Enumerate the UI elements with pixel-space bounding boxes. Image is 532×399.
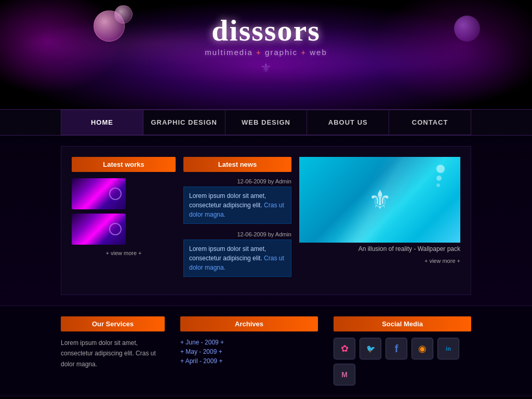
news-meta-1: 12-06-2009 by Admin bbox=[183, 178, 291, 184]
works-view-more[interactable]: + view more + bbox=[72, 250, 176, 256]
news-link-1[interactable]: Cras ut dolor magna. bbox=[189, 202, 284, 218]
main-content: Latest works + view more + Latest news 1… bbox=[61, 146, 471, 295]
news-item-1: 12-06-2009 by Admin Lorem ipsum dolor si… bbox=[183, 178, 291, 224]
services-text: Lorem ipsum dolor sit amet, consectetur … bbox=[61, 338, 165, 369]
news-title: Latest news bbox=[183, 157, 291, 172]
nav-item-about-us[interactable]: ABOUT US bbox=[307, 110, 389, 135]
news-body-2: Lorem ipsum dolor sit amet, consectetur … bbox=[183, 240, 291, 277]
featured-caption: An illusion of reality - Wallpaper pack bbox=[299, 245, 460, 252]
archive-item-april[interactable]: + April - 2009 + bbox=[180, 356, 318, 366]
services-column: Our Services Lorem ipsum dolor sit amet,… bbox=[61, 316, 165, 385]
navigation: HOME GRAPHIC DESIGN WEB DESIGN ABOUT US … bbox=[0, 109, 532, 136]
services-title: Our Services bbox=[61, 316, 165, 331]
thumb-circle-1 bbox=[109, 188, 122, 200]
brand-title-end: ors bbox=[277, 14, 320, 47]
brand-title: disssors bbox=[205, 13, 327, 48]
brand-title-start: dis bbox=[211, 14, 251, 47]
archive-item-june[interactable]: + June - 2009 + bbox=[180, 338, 318, 347]
feat-bubble-3 bbox=[436, 183, 440, 187]
nav-item-home[interactable]: HOME bbox=[61, 110, 143, 135]
nav-item-web-design[interactable]: WEB DESIGN bbox=[225, 110, 308, 135]
copyright-bar: Copyright 2009 - Dissors Media Design - … bbox=[0, 396, 532, 399]
featured-column: ⚜ An illusion of reality - Wallpaper pac… bbox=[299, 157, 460, 284]
plus-icon-1: + bbox=[256, 48, 262, 57]
brand-subtitle: multimedia + graphic + web bbox=[205, 48, 327, 57]
work-thumb-1[interactable] bbox=[72, 178, 126, 209]
thumb-circle-2 bbox=[109, 223, 122, 235]
feat-bubble-2 bbox=[436, 176, 442, 181]
bubble-right bbox=[454, 16, 480, 42]
social-myspace[interactable]: M bbox=[334, 364, 355, 385]
news-body-1: Lorem ipsum dolor sit amet, consectetur … bbox=[183, 187, 291, 224]
works-title: Latest works bbox=[72, 157, 176, 172]
archives-title: Archives bbox=[180, 316, 318, 331]
brand-block: disssors multimedia + graphic + web ⚜ bbox=[205, 13, 327, 75]
featured-bubbles bbox=[436, 165, 445, 187]
archive-list: + June - 2009 + + May - 2009 + + April -… bbox=[180, 338, 318, 366]
footer-section: Our Services Lorem ipsum dolor sit amet,… bbox=[0, 305, 532, 396]
nav-item-contact[interactable]: CONTACT bbox=[389, 110, 471, 135]
feat-bubble-1 bbox=[436, 165, 445, 173]
brand-title-bold: ss bbox=[251, 14, 277, 47]
news-link-2[interactable]: Cras ut dolor magna. bbox=[189, 255, 284, 271]
brand-icon: ⚜ bbox=[205, 61, 327, 75]
featured-view-more[interactable]: + view more + bbox=[299, 258, 460, 264]
works-column: Latest works + view more + bbox=[72, 157, 176, 284]
news-column: Latest news 12-06-2009 by Admin Lorem ip… bbox=[183, 157, 291, 284]
header: disssors multimedia + graphic + web ⚜ bbox=[0, 0, 532, 109]
social-rss[interactable]: ◉ bbox=[411, 338, 433, 360]
archives-column: Archives + June - 2009 + + May - 2009 + … bbox=[180, 316, 318, 385]
plus-icon-2: + bbox=[301, 48, 307, 57]
social-flickr[interactable]: ✿ bbox=[334, 338, 355, 360]
news-meta-2: 12-06-2009 by Admin bbox=[183, 231, 291, 237]
social-linkedin[interactable]: in bbox=[437, 338, 459, 360]
social-title: Social Media bbox=[334, 316, 471, 331]
social-icons-container: ✿ 🐦 f ◉ in M bbox=[334, 338, 471, 385]
social-twitter[interactable]: 🐦 bbox=[360, 338, 381, 360]
bubble-small bbox=[114, 5, 132, 23]
footer-inner: Our Services Lorem ipsum dolor sit amet,… bbox=[61, 316, 471, 385]
nav-item-graphic-design[interactable]: GRAPHIC DESIGN bbox=[143, 110, 225, 135]
featured-image[interactable]: ⚜ bbox=[299, 157, 460, 243]
social-facebook[interactable]: f bbox=[385, 338, 407, 360]
work-image-1 bbox=[72, 178, 126, 209]
social-column: Social Media ✿ 🐦 f ◉ in M bbox=[334, 316, 471, 385]
archive-item-may[interactable]: + May - 2009 + bbox=[180, 347, 318, 356]
news-item-2: 12-06-2009 by Admin Lorem ipsum dolor si… bbox=[183, 231, 291, 277]
main-section: Latest works + view more + Latest news 1… bbox=[0, 136, 532, 305]
nav-inner: HOME GRAPHIC DESIGN WEB DESIGN ABOUT US … bbox=[61, 110, 471, 135]
work-image-2 bbox=[72, 214, 126, 245]
work-thumb-2[interactable] bbox=[72, 214, 126, 245]
